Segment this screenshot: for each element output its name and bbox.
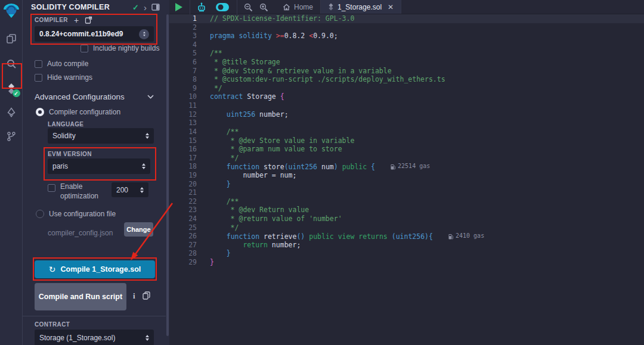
remix-logo[interactable] <box>0 0 23 21</box>
remix-ai-icon[interactable] <box>196 2 207 13</box>
auto-compile-checkbox[interactable] <box>35 60 42 68</box>
hide-warnings-checkbox-row[interactable]: Hide warnings <box>35 73 92 82</box>
config-file-name[interactable]: compiler_config.json <box>48 229 113 237</box>
change-config-button[interactable]: Change <box>124 222 153 237</box>
line-number[interactable]: 12 <box>169 110 197 119</box>
compile-and-run-button[interactable]: Compile and Run script <box>35 283 126 310</box>
code-line[interactable]: 10contract Storage { <box>169 92 644 101</box>
compile-button[interactable]: ↻ Compile 1_Storage.sol <box>35 260 155 278</box>
git-item[interactable] <box>0 125 23 148</box>
compiler-version-select[interactable]: 0.8.24+commit.e11b9ed9 <box>35 26 154 42</box>
code-line[interactable]: 18 function store(uint256 num) public {2… <box>169 162 644 171</box>
line-number[interactable]: 2 <box>169 23 197 32</box>
code-line[interactable]: 2 <box>169 23 644 32</box>
compiler-configuration-radio-row[interactable]: Compiler configuration <box>36 108 120 116</box>
line-number[interactable]: 15 <box>169 136 197 145</box>
compiler-configuration-radio[interactable] <box>36 108 44 116</box>
line-number[interactable]: 23 <box>169 206 197 215</box>
nightly-builds-checkbox-row[interactable]: Include nightly builds <box>80 44 159 52</box>
code-line[interactable]: 23 * @dev Return value <box>169 206 644 215</box>
code-line[interactable]: 27 return number; <box>169 241 644 250</box>
code-line[interactable]: 21 <box>169 188 644 197</box>
code-line[interactable]: 13 <box>169 119 644 128</box>
line-number[interactable]: 13 <box>169 119 197 128</box>
open-compiler-icon[interactable] <box>85 16 92 24</box>
evm-version-select[interactable]: paris <box>48 158 150 174</box>
line-number[interactable]: 26 <box>169 232 197 241</box>
code-line[interactable]: 15 * @dev Store value in variable <box>169 136 644 145</box>
nightly-builds-checkbox[interactable] <box>80 45 88 52</box>
line-number[interactable]: 6 <box>169 58 197 67</box>
line-number[interactable]: 14 <box>169 128 197 136</box>
line-number[interactable]: 22 <box>169 197 197 206</box>
code-line[interactable]: 29} <box>169 258 644 267</box>
line-number[interactable]: 4 <box>169 41 197 49</box>
zoom-out-icon[interactable] <box>243 2 253 12</box>
code-editor[interactable]: 1// SPDX-License-Identifier: GPL-3.023pr… <box>169 14 644 345</box>
code-line[interactable]: 9 */ <box>169 84 644 93</box>
copy-icon[interactable] <box>143 291 150 300</box>
code-line[interactable]: 14 /** <box>169 128 644 136</box>
code-line[interactable]: 25 */ <box>169 223 644 232</box>
line-number[interactable]: 5 <box>169 49 197 58</box>
line-number[interactable]: 19 <box>169 171 197 180</box>
deploy-run-item[interactable] <box>0 101 23 124</box>
file-explorer-item[interactable] <box>0 27 23 50</box>
line-number[interactable]: 8 <box>169 75 197 84</box>
line-number[interactable]: 20 <box>169 180 197 189</box>
solidity-compiler-item[interactable]: ✓ <box>0 77 23 100</box>
chevron-right-icon[interactable]: › <box>144 3 147 12</box>
code-line[interactable]: 7 * @dev Store & retrieve value in a var… <box>169 67 644 76</box>
code-line[interactable]: 3pragma solidity >=0.8.2 <0.9.0; <box>169 32 644 41</box>
zoom-in-icon[interactable] <box>259 2 268 12</box>
line-number[interactable]: 25 <box>169 223 197 232</box>
ai-toggle-icon[interactable] <box>215 2 230 12</box>
line-number[interactable]: 10 <box>169 92 197 101</box>
code-line[interactable]: 16 * @param num value to store <box>169 145 644 154</box>
use-configuration-file-radio-row[interactable]: Use configuration file <box>36 210 116 218</box>
tab-home[interactable]: Home <box>275 0 321 14</box>
code-line[interactable]: 4 <box>169 41 644 49</box>
contract-select[interactable]: Storage (1_Storage.sol) <box>35 330 154 345</box>
advanced-configurations-toggle[interactable]: Advanced Configurations <box>35 92 154 101</box>
code-line[interactable]: 11 <box>169 101 644 110</box>
line-number[interactable]: 24 <box>169 215 197 223</box>
line-number[interactable]: 18 <box>169 162 197 171</box>
language-select[interactable]: Solidity <box>48 128 154 144</box>
code-line[interactable]: 24 * @return value of 'number' <box>169 215 644 223</box>
hide-warnings-checkbox[interactable] <box>35 74 42 82</box>
tab-storage-sol[interactable]: 1_Storage.sol ✕ <box>321 0 401 14</box>
code-line[interactable]: 28 } <box>169 249 644 258</box>
line-number[interactable]: 11 <box>169 101 197 110</box>
code-line[interactable]: 6 * @title Storage <box>169 58 644 67</box>
add-compiler-icon[interactable]: + <box>74 17 79 23</box>
info-icon[interactable]: i <box>133 291 135 301</box>
line-number[interactable]: 7 <box>169 67 197 76</box>
line-number[interactable]: 1 <box>169 14 197 23</box>
line-number[interactable]: 29 <box>169 258 197 267</box>
use-configuration-file-radio[interactable] <box>36 210 44 218</box>
optimization-runs-input[interactable]: 200 <box>112 182 148 197</box>
code-line[interactable]: 26 function retrieve() public view retur… <box>169 232 644 241</box>
search-item[interactable] <box>0 52 23 75</box>
enable-optimization-checkbox[interactable] <box>48 184 55 192</box>
close-tab-icon[interactable]: ✕ <box>388 3 394 11</box>
code-line[interactable]: 20 } <box>169 180 644 189</box>
line-number[interactable]: 28 <box>169 249 197 258</box>
run-script-icon[interactable] <box>175 3 182 11</box>
code-line[interactable]: 1// SPDX-License-Identifier: GPL-3.0 <box>169 14 644 23</box>
auto-compile-checkbox-row[interactable]: Auto compile <box>35 60 88 68</box>
code-line[interactable]: 5/** <box>169 49 644 58</box>
code-line[interactable]: 12 uint256 number; <box>169 110 644 119</box>
code-line[interactable]: 8 * @custom:dev-run-script ./scripts/dep… <box>169 75 644 84</box>
line-number[interactable]: 21 <box>169 188 197 197</box>
line-number[interactable]: 16 <box>169 145 197 154</box>
line-number[interactable]: 17 <box>169 154 197 163</box>
line-number[interactable]: 3 <box>169 32 197 41</box>
code-line[interactable]: 17 */ <box>169 154 644 163</box>
line-number[interactable]: 27 <box>169 241 197 250</box>
code-line[interactable]: 19 number = num; <box>169 171 644 180</box>
line-number[interactable]: 9 <box>169 84 197 93</box>
pin-panel-icon[interactable] <box>151 4 160 11</box>
code-line[interactable]: 22 /** <box>169 197 644 206</box>
